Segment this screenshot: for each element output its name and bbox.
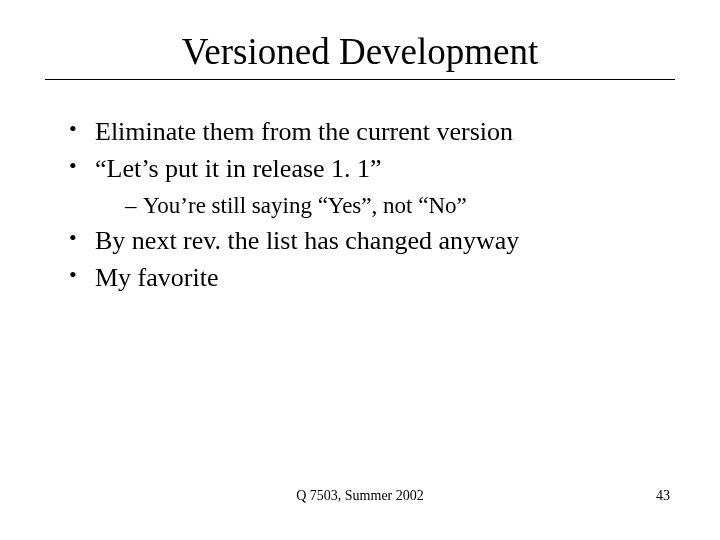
bullet-item: My favorite bbox=[69, 260, 675, 295]
title-container: Versioned Development bbox=[45, 30, 675, 80]
bullet-item: Eliminate them from the current version bbox=[69, 114, 675, 149]
bullet-text: Eliminate them from the current version bbox=[95, 117, 513, 146]
footer-center: Q 7503, Summer 2002 bbox=[0, 488, 720, 504]
slide-title: Versioned Development bbox=[45, 30, 675, 73]
bullet-list: Eliminate them from the current version … bbox=[69, 114, 675, 295]
page-number: 43 bbox=[656, 488, 670, 504]
slide-content: Eliminate them from the current version … bbox=[45, 114, 675, 295]
bullet-text: My favorite bbox=[95, 263, 218, 292]
bullet-text: “Let’s put it in release 1. 1” bbox=[95, 154, 382, 183]
bullet-text: By next rev. the list has changed anyway bbox=[95, 226, 519, 255]
sub-bullet-item: You’re still saying “Yes”, not “No” bbox=[125, 190, 675, 221]
sub-bullet-text: You’re still saying “Yes”, not “No” bbox=[143, 193, 467, 218]
bullet-item: By next rev. the list has changed anyway bbox=[69, 223, 675, 258]
slide: Versioned Development Eliminate them fro… bbox=[0, 0, 720, 540]
sub-bullet-list: You’re still saying “Yes”, not “No” bbox=[95, 190, 675, 221]
bullet-item: “Let’s put it in release 1. 1” You’re st… bbox=[69, 151, 675, 221]
